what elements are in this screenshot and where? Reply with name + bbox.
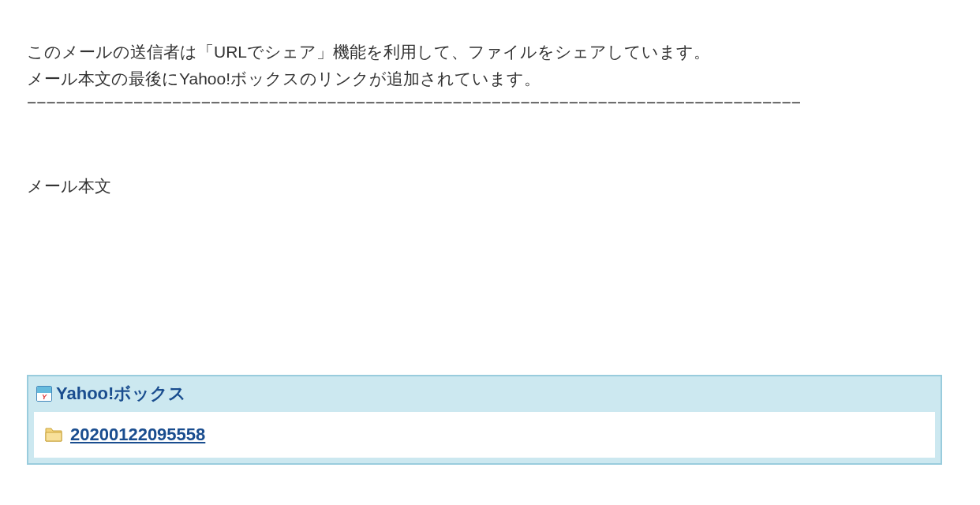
folder-icon xyxy=(45,428,62,442)
share-notice-line1: このメールの送信者は「URLでシェア」機能を利用して、ファイルをシェアしています… xyxy=(27,39,953,65)
yahoo-box-widget: Y Yahoo!ボックス 20200122095558 xyxy=(27,375,942,465)
divider: −−−−−−−−−−−−−−−−−−−−−−−−−−−−−−−−−−−−−−−−… xyxy=(27,92,953,112)
share-notice-line2: メール本文の最後にYahoo!ボックスのリンクが追加されています。 xyxy=(27,66,953,92)
mail-body-label: メール本文 xyxy=(27,175,953,197)
yahoo-box-content: 20200122095558 xyxy=(34,412,935,458)
yahoo-box-title: Yahoo!ボックス xyxy=(56,382,186,406)
yahoo-box-icon: Y xyxy=(36,386,52,402)
yahoo-box-header: Y Yahoo!ボックス xyxy=(28,376,941,412)
shared-file-link[interactable]: 20200122095558 xyxy=(70,425,205,445)
